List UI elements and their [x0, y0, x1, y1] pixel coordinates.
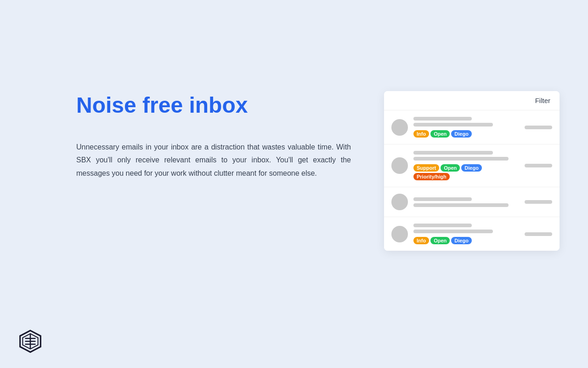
skeleton-title-3 [413, 197, 472, 201]
tag-diego-2: Diego [461, 164, 482, 172]
skeleton-body-3 [413, 203, 509, 207]
tag-priority-2: Priority/high [413, 173, 450, 180]
page-title: Noise free inbox [76, 92, 352, 119]
sbx-logo-icon [18, 329, 42, 353]
meta-skeleton-3 [525, 200, 552, 204]
tag-info-1: Info [413, 130, 429, 138]
tag-diego-1: Diego [451, 130, 472, 138]
description-text: Unnecessary emails in your inbox are a d… [76, 141, 351, 180]
tag-open-4: Open [430, 237, 450, 244]
skeleton-title-2 [413, 151, 493, 155]
logo [18, 329, 42, 355]
row-content-4: Info Open Diego [413, 224, 519, 244]
meta-skeleton-1 [525, 126, 552, 129]
tags-row-4: Info Open Diego [413, 237, 519, 244]
row-content-1: Info Open Diego [413, 117, 519, 138]
row-content-3 [413, 197, 519, 207]
row-content-2: Support Open Diego Priority/high [413, 151, 519, 180]
inbox-row-3[interactable] [384, 187, 560, 217]
tag-support-2: Support [413, 164, 439, 172]
filter-label[interactable]: Filter [535, 97, 550, 104]
inbox-row-2[interactable]: Support Open Diego Priority/high [384, 144, 560, 187]
inbox-row-1[interactable]: Info Open Diego [384, 110, 560, 144]
left-panel: Noise free inbox Unnecessary emails in y… [76, 92, 352, 180]
avatar-2 [391, 157, 408, 174]
tag-open-1: Open [430, 130, 450, 138]
skeleton-title-4 [413, 224, 472, 227]
tag-info-4: Info [413, 237, 429, 244]
skeleton-body-4 [413, 230, 493, 233]
avatar-1 [391, 119, 408, 136]
inbox-panel: Filter Info Open Diego Support Open Dieg… [384, 91, 560, 251]
tag-diego-4: Diego [451, 237, 472, 244]
tags-row-2: Support Open Diego Priority/high [413, 164, 519, 180]
skeleton-body-1 [413, 123, 493, 126]
row-meta-3 [525, 200, 552, 204]
tags-row-1: Info Open Diego [413, 130, 519, 138]
meta-skeleton-4 [525, 232, 552, 236]
row-meta-4 [525, 232, 552, 236]
skeleton-body-2 [413, 157, 509, 161]
meta-skeleton-2 [525, 164, 552, 167]
row-meta-2 [525, 164, 552, 167]
skeleton-title-1 [413, 117, 472, 121]
row-meta-1 [525, 126, 552, 129]
tag-open-2: Open [441, 164, 460, 172]
avatar-3 [391, 194, 408, 210]
avatar-4 [391, 226, 408, 242]
inbox-row-4[interactable]: Info Open Diego [384, 217, 560, 251]
inbox-header: Filter [384, 91, 560, 110]
